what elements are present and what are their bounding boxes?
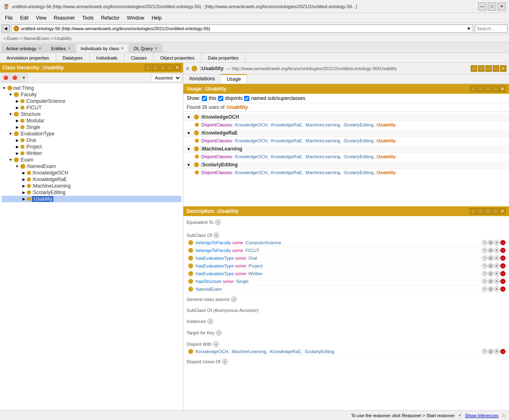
- add-sibling-button[interactable]: 🔴: [11, 74, 19, 82]
- menu-help[interactable]: Help: [148, 14, 165, 22]
- tree-toggle-project[interactable]: ▶: [15, 144, 20, 149]
- usage-icon-2[interactable]: □: [477, 86, 484, 92]
- action-at-disjoint[interactable]: @: [488, 349, 494, 354]
- action-question-7[interactable]: ?: [482, 286, 487, 292]
- tree-item-scolarlyediting[interactable]: ▶ :ScolarlyEditing: [2, 189, 181, 196]
- action-o-7[interactable]: ○: [500, 286, 506, 292]
- nav-dropdown-icon[interactable]: ▼: [467, 26, 471, 31]
- tab-individuals-by-class-close[interactable]: ✕: [121, 46, 124, 51]
- tree-item-structure[interactable]: ▼ :Structure: [2, 111, 181, 117]
- action-o-2[interactable]: ○: [500, 248, 506, 253]
- tree-item-knowledgerae[interactable]: ▶ :KnowledgeRaE: [2, 176, 181, 183]
- nav-back-button[interactable]: ◀: [2, 24, 10, 33]
- action-x-4[interactable]: ✕: [494, 263, 500, 269]
- tree-toggle-owlthing[interactable]: ▼: [2, 86, 7, 91]
- usage-group-header-machinelearning[interactable]: ▼ :MachineLearning: [183, 145, 509, 153]
- show-inferences-button[interactable]: Show Inferences: [465, 413, 498, 418]
- action-x-3[interactable]: ✕: [494, 255, 500, 261]
- menu-tools[interactable]: Tools: [79, 14, 97, 22]
- tree-toggle-structure[interactable]: ▼: [8, 112, 13, 117]
- action-x-6[interactable]: ✕: [494, 279, 500, 284]
- nav-url-bar[interactable]: 🦉 untitled-ontology-56 (http://www.seman…: [11, 24, 473, 33]
- subtab-annotation-properties[interactable]: Annotation properties: [0, 53, 56, 62]
- right-icon-4[interactable]: □: [493, 65, 499, 72]
- hamburger-icon[interactable]: ≡: [186, 65, 189, 72]
- hierarchy-icon-1[interactable]: □: [145, 64, 151, 71]
- action-question-1[interactable]: ?: [482, 240, 487, 245]
- tab-individuals-by-class[interactable]: Individuals by class ✕: [76, 44, 129, 53]
- description-section[interactable]: Description: :Usability □ □ □ □ ✕ Equiva…: [183, 206, 509, 420]
- tree-item-knowledgeoch[interactable]: ▶ :KnowledgeOCH: [2, 170, 181, 176]
- tree-toggle-ficlit[interactable]: ▶: [15, 105, 20, 110]
- instances-add-button[interactable]: +: [207, 318, 213, 324]
- action-at-5[interactable]: @: [488, 271, 494, 276]
- tree-item-faculty[interactable]: ▼ :Faculty: [2, 91, 181, 98]
- equiv-to-add-button[interactable]: +: [215, 219, 221, 225]
- delete-class-button[interactable]: ✕: [20, 74, 28, 82]
- right-icon-1[interactable]: □: [471, 65, 477, 72]
- usage-group-toggle-scolarlyediting[interactable]: ▼: [187, 163, 191, 167]
- this-checkbox[interactable]: [202, 96, 207, 101]
- usage-group-toggle-knowledgeoch[interactable]: ▼: [187, 115, 191, 119]
- tree-item-computerscience[interactable]: ▶ :ComputerScience: [2, 98, 181, 104]
- named-checkbox[interactable]: [244, 96, 249, 101]
- tree-toggle-oral[interactable]: ▶: [15, 138, 20, 143]
- tree-toggle-faculty[interactable]: ▼: [8, 92, 13, 97]
- desc-icon-4[interactable]: □: [492, 208, 498, 214]
- desc-icon-3[interactable]: □: [485, 208, 491, 214]
- disjoint-union-add-button[interactable]: +: [222, 359, 228, 365]
- desc-icon-2[interactable]: □: [477, 208, 484, 214]
- subtab-classes[interactable]: Classes: [124, 53, 154, 62]
- tree-toggle-computerscience[interactable]: ▶: [15, 99, 20, 104]
- usage-group-header-knowledgeoch[interactable]: ▼ :KnowledgeOCH: [183, 113, 509, 121]
- usage-group-header-knowledgerae[interactable]: ▼ :KnowledgeRaE: [183, 129, 509, 137]
- action-o-disjoint[interactable]: ○: [500, 349, 506, 354]
- action-o-3[interactable]: ○: [500, 255, 506, 261]
- action-at-7[interactable]: @: [488, 286, 494, 292]
- tree-item-usability[interactable]: ▶ :Usability: [2, 196, 181, 202]
- action-o-5[interactable]: ○: [500, 271, 506, 276]
- minimize-button[interactable]: —: [478, 2, 486, 11]
- action-x-2[interactable]: ✕: [494, 248, 500, 253]
- action-at-4[interactable]: @: [488, 263, 494, 269]
- right-icon-3[interactable]: □: [485, 65, 492, 72]
- usage-icon-3[interactable]: □: [485, 86, 491, 92]
- action-x-5[interactable]: ✕: [494, 271, 500, 276]
- tree-item-written[interactable]: ▶ :Written: [2, 150, 181, 157]
- action-question-disjoint[interactable]: ?: [482, 349, 487, 354]
- hierarchy-icon-3[interactable]: □: [159, 64, 166, 71]
- tree-item-exam[interactable]: ▼ :Exam: [2, 157, 181, 163]
- action-question-4[interactable]: ?: [482, 263, 487, 269]
- desc-close-icon[interactable]: ✕: [499, 208, 506, 214]
- close-button[interactable]: ✕: [498, 2, 506, 11]
- subtab-object-properties[interactable]: Object properties: [154, 53, 201, 62]
- maximize-button[interactable]: □: [488, 2, 496, 11]
- tab-active-ontology-close[interactable]: ✕: [38, 46, 42, 51]
- action-at-3[interactable]: @: [488, 255, 494, 261]
- target-key-add-button[interactable]: +: [216, 330, 222, 336]
- action-at-6[interactable]: @: [488, 279, 494, 284]
- action-question-3[interactable]: ?: [482, 255, 487, 261]
- tab-entities[interactable]: Entities ✕: [47, 44, 75, 53]
- hierarchy-close-icon[interactable]: ✕: [174, 64, 181, 71]
- menu-view[interactable]: View: [33, 14, 50, 22]
- tree-item-evaluationtype[interactable]: ▼ :EvaluationType: [2, 130, 181, 137]
- menu-reasoner[interactable]: Reasoner: [51, 14, 78, 22]
- tree-toggle-scolarlyediting[interactable]: ▶: [21, 190, 26, 195]
- tree-toggle-evaluationtype[interactable]: ▼: [8, 131, 13, 136]
- action-x-1[interactable]: ✕: [494, 240, 500, 245]
- tree-item-oral[interactable]: ▶ :Oral: [2, 137, 181, 144]
- tree-toggle-single[interactable]: ▶: [15, 125, 20, 130]
- tab-dl-query[interactable]: DL Query ✕: [129, 44, 162, 53]
- hierarchy-icon-2[interactable]: □: [152, 64, 159, 71]
- action-x-7[interactable]: ✕: [494, 286, 500, 292]
- right-close-icon[interactable]: ✕: [500, 65, 507, 72]
- usage-icon-1[interactable]: □: [470, 86, 476, 92]
- menu-window[interactable]: Window: [123, 14, 148, 22]
- desc-icon-1[interactable]: □: [470, 208, 476, 214]
- tree-toggle-knowledgeoch[interactable]: ▶: [21, 170, 26, 175]
- right-icon-2[interactable]: □: [478, 65, 485, 72]
- action-question-6[interactable]: ?: [482, 279, 487, 284]
- tab-active-ontology[interactable]: Active ontology ✕: [2, 44, 46, 53]
- tree-toggle-knowledgerae[interactable]: ▶: [21, 177, 26, 182]
